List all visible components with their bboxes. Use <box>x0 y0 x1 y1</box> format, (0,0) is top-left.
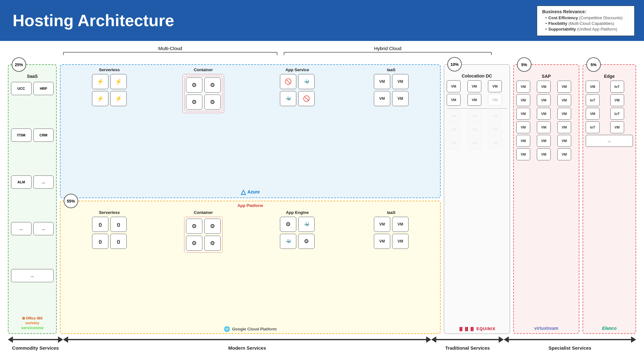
azure-serverless-grid: ⚡ ⚡ ⚡ ⚡ <box>92 74 127 106</box>
modern-label: Modern Services <box>228 345 266 351</box>
commodity-arrow-group: Commodity Services <box>8 336 63 351</box>
gcp-appengine-3: 🐳 <box>280 234 296 249</box>
azure-serverless-2: ⚡ <box>110 74 127 89</box>
business-relevance-box: Business Relevance: Cost Efficiency (Com… <box>537 6 635 36</box>
azure-icon: △ <box>241 188 246 196</box>
traditional-arrow <box>431 336 504 343</box>
azure-appservice-2: 🐳 <box>298 74 315 89</box>
specialist-arrow <box>504 336 636 343</box>
saas-crm: CRM <box>33 129 54 142</box>
br-item-1: Cost Efficiency (Competitive Discounts) <box>545 15 629 20</box>
saas-title: SaaS <box>11 74 54 79</box>
azure-container-icons: ⚙ ⚙ ⚙ ⚙ <box>184 76 222 111</box>
azure-serverless: Serverless ⚡ ⚡ ⚡ ⚡ <box>64 67 155 189</box>
azure-appservice: App Service 🚫 🐳 🐳 🚫 <box>252 67 343 189</box>
specialist-arrow-left <box>504 336 509 343</box>
sap-vm-17: VM <box>537 148 551 160</box>
azure-iaas: IaaS VM VM VM VM <box>345 67 437 189</box>
multicloud-label: Multi-Cloud <box>158 46 182 51</box>
colo-ghost-1: VM <box>447 110 461 122</box>
gcp-appengine-1: ⚙ <box>280 217 296 232</box>
gcp-container-1: ⚙ <box>186 219 202 234</box>
edge-iot-3: IoT <box>610 108 624 120</box>
main-layout: Multi-Cloud Hybrid Cloud 25% SaaS <box>0 41 644 361</box>
azure-serverless-3: ⚡ <box>92 91 108 106</box>
arrows-row: Commodity Services Modern Services Tradi… <box>8 336 636 359</box>
modern-arrow-left <box>63 336 68 343</box>
azure-iaas-vms: VM VM VM VM <box>374 74 409 106</box>
saas-section: 25% SaaS UCC HRP ITSM CRM ALM … … … … ⊞ … <box>8 64 57 334</box>
office365-logo: ⊞ Office 365 <box>22 316 43 320</box>
edge-vm-2: VM <box>610 94 624 106</box>
sap-vm-16: VM <box>516 148 530 160</box>
colo-ghost-7: VM <box>447 137 461 149</box>
sap-vm-15: VM <box>557 135 571 147</box>
modern-arrow-group: Modern Services <box>63 336 431 351</box>
gcp-appengine: App Engine ⚙ 🐳 🐳 ⚙ <box>252 210 343 331</box>
azure-container-1: ⚙ <box>186 77 202 93</box>
colo-ghost-9: VM <box>488 137 502 149</box>
gcp-serverless: Serverless {} {} {} {} <box>64 210 155 331</box>
traditional-arrow-left <box>431 336 436 343</box>
edge-iot-1: IoT <box>610 81 624 93</box>
sap-vm-7: VM <box>516 108 530 120</box>
azure-container-4: ⚙ <box>204 95 221 110</box>
azure-appservice-3: 🐳 <box>280 91 296 106</box>
sap-pct: 5% <box>517 57 531 72</box>
commodity-arrow-right <box>58 336 63 343</box>
colo-vm-3: VM <box>488 80 502 92</box>
azure-label: △ Azure <box>241 188 260 196</box>
multicloud-section: Serverless ⚡ ⚡ ⚡ ⚡ Container <box>60 64 441 334</box>
specialist-shaft <box>509 339 631 340</box>
br-item-2: Flexibility (Multi-Cloud Capabilities) <box>545 21 629 26</box>
sap-vm-2: VM <box>537 81 551 93</box>
sap-vm-11: VM <box>537 121 551 133</box>
traditional-label: Traditional Services <box>445 345 490 351</box>
specialist-arrow-group: Specialist Services <box>504 336 636 351</box>
azure-appservice-grid: 🚫 🐳 🐳 🚫 <box>280 74 315 106</box>
azure-vm-2: VM <box>392 74 409 89</box>
modern-arrow-right <box>426 336 431 343</box>
gcp-iaas: IaaS VM VM VM VM <box>345 210 437 331</box>
azure-serverless-title: Serverless <box>99 67 120 72</box>
azure-block: Serverless ⚡ ⚡ ⚡ ⚡ Container <box>60 64 441 198</box>
edge-vm-4: VM <box>610 121 624 133</box>
arch-row: 25% SaaS UCC HRP ITSM CRM ALM … … … … ⊞ … <box>8 55 636 334</box>
gcp-text: Google Cloud Platform <box>232 327 277 331</box>
gcp-block: 55% App Platform Serverless {} {} {} {} <box>60 201 441 334</box>
multicloud-bracket-svg <box>63 51 277 55</box>
servicenow-logo: servicenow <box>21 325 44 330</box>
br-title: Business Relevance: <box>542 9 629 14</box>
colo-ghost-6: VM <box>488 123 502 135</box>
saas-dots1: … <box>33 175 54 189</box>
gcp-appengine-2: 🐳 <box>298 217 315 232</box>
saas-ucc: UCC <box>11 82 32 95</box>
gcp-container-4: ⚙ <box>204 236 221 251</box>
sap-vm-12: VM <box>557 121 571 133</box>
gcp-pct-badge: 55% <box>64 194 78 208</box>
colo-ghost-8: VM <box>467 137 481 149</box>
sap-vm-18: VM <box>557 148 571 160</box>
sap-title: SAP <box>516 74 576 79</box>
colocation-pct: 10% <box>447 57 462 72</box>
saas-dots4: … <box>11 269 54 282</box>
gcp-iaas-title: IaaS <box>387 210 396 215</box>
page-title: Hosting Architecture <box>13 11 174 30</box>
azure-appservice-1: 🚫 <box>280 74 296 89</box>
sap-vm-14: VM <box>537 135 551 147</box>
azure-iaas-title: IaaS <box>387 67 396 72</box>
br-list: Cost Efficiency (Competitive Discounts) … <box>542 15 629 32</box>
colo-vm-1: VM <box>447 80 461 92</box>
colo-ghost-2: VM <box>467 110 481 122</box>
edge-pct: 5% <box>586 57 601 72</box>
gcp-label: 🌐 Google Cloud Platform <box>224 326 277 332</box>
sap-section: 5% SAP VM VM VM VM VM VM VM VM VM VM VM … <box>513 64 579 334</box>
colo-ghost-5: VM <box>467 123 481 135</box>
azure-vm-1: VM <box>374 74 390 89</box>
azure-appservice-title: App Service <box>285 67 309 72</box>
commodity-shaft <box>13 339 58 340</box>
multicloud-bracket: Multi-Cloud <box>63 46 277 55</box>
saas-services: UCC HRP ITSM CRM ALM … … … … <box>11 82 54 314</box>
sap-vm-8: VM <box>537 108 551 120</box>
colocation-vms-top: VM VM VM VM VM VM <box>447 80 507 106</box>
